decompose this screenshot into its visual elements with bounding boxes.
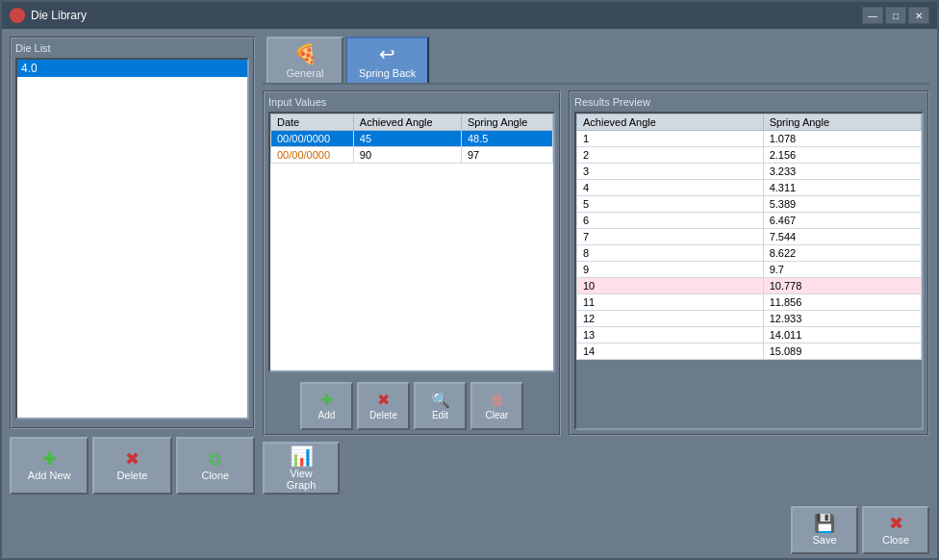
results-achieved-cell: 13 [577,327,764,344]
input-date-cell: 00/00/0000 [271,131,354,147]
results-achieved-cell: 11 [577,294,764,311]
results-achieved-cell: 7 [577,229,764,245]
results-achieved-cell: 6 [577,213,764,229]
view-graph-area: 📊 View Graph [263,442,561,495]
view-graph-label: View Graph [276,468,326,491]
spring-back-tab-label: Spring Back [359,67,416,79]
title-bar: Die Library — □ ✕ [2,2,937,29]
results-achieved-cell: 5 [577,196,764,213]
input-table-row[interactable]: 00/00/0000 45 48.5 [271,131,553,147]
clear-label: Clear [486,410,509,420]
results-table-row[interactable]: 10 10.778 [577,278,922,294]
die-list-group: Die List 4.0 [10,37,255,429]
clone-button[interactable]: ⧉ Clone [176,437,255,495]
input-achieved-cell: 90 [353,147,461,164]
col-achieved-angle: Achieved Angle [353,115,461,131]
results-achieved-cell: 2 [577,147,764,164]
col-spring-angle: Spring Angle [461,115,552,131]
minimize-button[interactable]: — [862,7,883,24]
results-table-row[interactable]: 5 5.389 [577,196,922,213]
results-table: Achieved Angle Spring Angle 1 1.078 2 2.… [576,114,922,360]
results-spring-cell: 6.467 [763,213,921,229]
clone-label: Clone [201,470,229,481]
results-preview-label: Results Preview [574,96,924,108]
input-values-table-container[interactable]: Date Achieved Angle Spring Angle 00/00/0… [268,112,555,372]
input-table-row[interactable]: 00/00/0000 90 97 [271,147,553,164]
results-table-row[interactable]: 11 11.856 [577,294,922,311]
add-new-button[interactable]: ✚ Add New [10,437,89,495]
results-table-row[interactable]: 13 14.011 [577,327,922,344]
view-graph-icon: 📊 [290,446,314,466]
close-button[interactable]: ✖ Close [862,506,929,554]
col-date: Date [271,115,354,131]
tab-general[interactable]: 🍕 General [266,37,343,83]
results-table-row[interactable]: 1 1.078 [577,131,922,147]
app-icon [10,8,25,23]
middle-section: Input Values Date Achieved Angle Spring … [263,90,929,436]
die-list-item[interactable]: 4.0 [17,60,247,77]
results-spring-cell: 14.011 [763,327,921,344]
main-content: Die List 4.0 ✚ Add New ✖ Delete ⧉ Clone [2,29,937,502]
clear-button[interactable]: 🗑 Clear [470,382,523,430]
bottom-buttons: ✚ Add New ✖ Delete ⧉ Clone [10,437,255,495]
results-achieved-cell: 1 [577,131,764,147]
main-window: Die Library — □ ✕ Die List 4.0 ✚ Add New [0,0,939,560]
save-button[interactable]: 💾 Save [791,506,858,554]
input-values-table: Date Achieved Angle Spring Angle 00/00/0… [270,114,553,164]
edit-buttons: ✚ Add ✖ Delete 🔍 Edit 🗑 [268,382,555,430]
close-icon: ✖ [889,515,903,532]
delete-icon: ✖ [125,450,140,468]
add-new-icon: ✚ [42,450,57,468]
results-achieved-cell: 10 [577,278,764,294]
left-panel: Die List 4.0 ✚ Add New ✖ Delete ⧉ Clone [10,37,255,495]
spring-back-tab-icon: ↩ [379,42,395,65]
edit-row-button[interactable]: 🔍 Edit [414,382,467,430]
results-table-row[interactable]: 14 15.089 [577,344,922,360]
results-table-row[interactable]: 4 4.311 [577,180,922,196]
delete-button[interactable]: ✖ Delete [92,437,171,495]
window-close-button[interactable]: ✕ [908,7,929,24]
results-table-row[interactable]: 9 9.7 [577,262,922,278]
add-new-label: Add New [28,470,71,481]
general-tab-icon: 🍕 [293,42,317,65]
delete-row-label: Delete [369,410,397,420]
clear-icon: 🗑 [490,393,505,408]
bottom-row: 📊 View Graph [263,442,929,495]
results-table-row[interactable]: 2 2.156 [577,147,922,164]
window-title: Die Library [31,9,87,22]
add-row-button[interactable]: ✚ Add [300,382,353,430]
input-values-group: Input Values Date Achieved Angle Spring … [263,90,561,436]
clone-icon: ⧉ [209,450,221,468]
window-controls: — □ ✕ [862,7,929,24]
delete-row-button[interactable]: ✖ Delete [357,382,410,430]
input-achieved-cell: 45 [353,131,461,147]
results-achieved-cell: 8 [577,245,764,262]
die-list-box[interactable]: 4.0 [15,58,249,420]
results-achieved-cell: 12 [577,311,764,327]
general-tab-label: General [286,67,323,79]
save-label: Save [812,534,836,546]
view-graph-button[interactable]: 📊 View Graph [263,442,340,495]
maximize-button[interactable]: □ [885,7,906,24]
die-list-label: Die List [15,42,249,54]
results-table-row[interactable]: 6 6.467 [577,213,922,229]
tab-spring-back[interactable]: ↩ Spring Back [345,37,429,83]
input-date-cell: 00/00/0000 [271,147,354,164]
results-achieved-cell: 3 [577,164,764,180]
results-spring-cell: 15.089 [763,344,921,360]
delete-row-icon: ✖ [377,393,390,408]
results-spring-cell: 3.233 [763,164,921,180]
results-spring-cell: 10.778 [763,278,921,294]
results-spring-cell: 5.389 [763,196,921,213]
results-table-container[interactable]: Achieved Angle Spring Angle 1 1.078 2 2.… [574,112,924,430]
input-values-label: Input Values [268,96,555,108]
results-table-row[interactable]: 8 8.622 [577,245,922,262]
results-table-row[interactable]: 3 3.233 [577,164,922,180]
results-spring-cell: 4.311 [763,180,921,196]
add-row-icon: ✚ [320,393,333,408]
edit-row-icon: 🔍 [431,393,450,408]
results-table-row[interactable]: 7 7.544 [577,229,922,245]
close-label: Close [882,534,909,546]
results-table-row[interactable]: 12 12.933 [577,311,922,327]
results-achieved-cell: 14 [577,344,764,360]
